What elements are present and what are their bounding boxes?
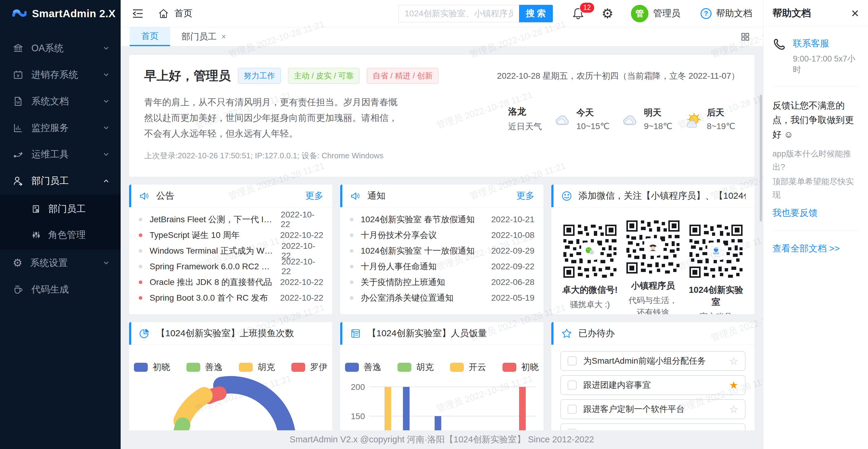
feedback-link[interactable]: 我也要反馈 xyxy=(772,207,859,219)
sidebar-item-docs[interactable]: 系统文档 xyxy=(0,88,121,115)
todo-checkbox[interactable] xyxy=(568,381,577,390)
weather-day-label: 今天 xyxy=(576,107,610,119)
legend-item[interactable]: 善逸 xyxy=(345,361,381,373)
legend-item[interactable]: 初晓 xyxy=(502,361,539,373)
contact-support-link[interactable]: 联系客服 xyxy=(793,37,859,50)
notice-date: 2022-10-21 xyxy=(491,215,534,224)
status-dot xyxy=(350,265,353,268)
legend-item[interactable]: 初晓 xyxy=(134,361,170,373)
svg-text:1024: 1024 xyxy=(713,252,719,255)
phone-icon xyxy=(772,37,786,51)
avatar[interactable]: 管 xyxy=(631,5,648,22)
announcement-title[interactable]: Oracle 推出 JDK 8 的直接替代品 xyxy=(150,277,280,288)
legend-item[interactable]: 胡克 xyxy=(398,361,434,373)
sidebar-item-employee[interactable]: 部门员工 xyxy=(0,168,121,194)
weather-day-label: 后天 xyxy=(707,107,735,119)
divider xyxy=(772,231,859,231)
todo-item[interactable]: 跟进客户定制一个软件平台 ☆ xyxy=(560,399,746,419)
weather-day: 今天 10~15℃ xyxy=(552,107,610,131)
user-icon xyxy=(13,175,24,186)
sidebar-subitem-roles[interactable]: 角色管理 xyxy=(0,222,121,248)
legend-item[interactable]: 罗伊 xyxy=(291,361,328,373)
chevron-down-icon xyxy=(102,124,110,131)
sidebar-item-settings[interactable]: ⚙ 系统设置 xyxy=(0,250,121,276)
y-tick-150: 150 xyxy=(351,412,365,421)
todo-checkbox[interactable] xyxy=(568,405,577,414)
notice-title[interactable]: 1024创新实验室 春节放假通知 xyxy=(361,214,491,225)
legend-item[interactable]: 开云 xyxy=(450,361,486,373)
search-button[interactable]: 搜 索 xyxy=(519,5,553,22)
notice-title[interactable]: 十月份人事任命通知 xyxy=(361,261,491,272)
star-toggle-icon[interactable]: ★ xyxy=(729,379,738,391)
weather-widget: 洛龙 近日天气 今天 10~15℃ 明天 9~18℃ 后天 xyxy=(508,105,735,132)
chevron-down-icon xyxy=(102,98,110,105)
close-tab-icon[interactable]: × xyxy=(221,32,226,41)
todo-item[interactable]: 跟进团建内容事宜 ★ xyxy=(560,375,746,395)
sidebar-item-codegen[interactable]: 代码生成 xyxy=(0,276,121,303)
user-name[interactable]: 管理员 xyxy=(653,7,680,20)
close-icon[interactable]: × xyxy=(851,7,859,20)
legend-item[interactable]: 胡克 xyxy=(239,361,275,373)
pie-chart-icon xyxy=(139,328,150,339)
announcement-row: Spring Framework 6.0.0 RC2 发布2022-10-22 xyxy=(139,259,323,275)
card-accent-bar xyxy=(340,185,342,207)
announcement-title[interactable]: JetBrains Fleet 公测，下一代 IDE xyxy=(150,214,281,225)
notice-card: 通知 更多 1024创新实验室 春节放假通知2022-10-21 十月份技术分享… xyxy=(340,185,544,314)
collapse-sidebar-icon[interactable] xyxy=(131,7,144,20)
status-dot xyxy=(350,218,353,221)
star-toggle-icon[interactable]: ☆ xyxy=(729,427,738,430)
legend-item[interactable]: 善逸 xyxy=(186,361,223,373)
greeting-title: 早上好，管理员 xyxy=(144,68,231,84)
sidebar-item-monitor[interactable]: 监控服务 xyxy=(0,115,121,141)
help-doc-button[interactable]: 帮助文档 xyxy=(700,7,752,20)
status-dot xyxy=(139,233,142,237)
notification-bell-icon[interactable]: 12 xyxy=(571,7,585,20)
star-toggle-icon[interactable]: ☆ xyxy=(729,403,738,415)
scrollbar[interactable] xyxy=(760,95,762,221)
sidebar-item-oa[interactable]: OA系统 xyxy=(0,35,121,62)
sidebar: SmartAdmin 2.X OA系统 进销存系统 系统文档 监控服务 运维工具 xyxy=(0,0,121,449)
sidebar-item-label: 代码生成 xyxy=(31,283,69,296)
sidebar-subitem-employee[interactable]: 部门员工 xyxy=(0,196,121,222)
announcement-title[interactable]: Windows Terminal 正式成为 Win... xyxy=(150,245,281,257)
tab-home[interactable]: 首页 xyxy=(130,27,170,46)
bar-kaiyun xyxy=(384,387,391,430)
announcement-title[interactable]: TypeScript 诞生 10 周年 xyxy=(150,229,280,241)
announcement-title[interactable]: Spring Boot 3.0.0 首个 RC 发布 xyxy=(150,292,280,303)
legend-swatch xyxy=(134,363,148,372)
weather-day: 后天 8~19℃ xyxy=(683,107,735,131)
help-doc-label: 帮助文档 xyxy=(716,7,752,20)
bar-chuxiao xyxy=(519,387,526,430)
qr-desc: 骚扰卓大 :) xyxy=(560,298,619,311)
home-icon[interactable] xyxy=(157,7,169,20)
todo-item[interactable]: ☆ xyxy=(560,423,746,430)
notice-title[interactable]: 关于疫情防控上班通知 xyxy=(361,277,491,288)
announcement-row: Spring Boot 3.0.0 首个 RC 发布2022-10-22 xyxy=(139,290,323,306)
tab-layout-icon[interactable] xyxy=(740,27,763,46)
lab-logo-icon: 1024 xyxy=(708,243,724,259)
id-card-icon xyxy=(31,204,41,214)
todo-item[interactable]: 为SmartAdmin前端小组分配任务 ☆ xyxy=(560,351,746,371)
search-input[interactable] xyxy=(398,5,519,22)
todo-checkbox[interactable] xyxy=(568,429,577,430)
sidebar-item-erp[interactable]: 进销存系统 xyxy=(0,62,121,88)
more-link[interactable]: 更多 xyxy=(516,190,534,202)
global-search: 搜 索 xyxy=(398,5,553,22)
divider xyxy=(772,87,859,87)
weather-day: 明天 9~18℃ xyxy=(620,107,673,131)
notice-title[interactable]: 十月份技术分享会议 xyxy=(361,229,491,241)
more-link[interactable]: 更多 xyxy=(305,190,323,202)
notice-title[interactable]: 1024创新实验室 十一放假通知 xyxy=(361,245,491,257)
all-docs-link[interactable]: 查看全部文档 >> xyxy=(772,243,859,255)
notice-date: 2022-09-29 xyxy=(491,246,534,256)
weather-city-name: 洛龙 xyxy=(508,105,542,118)
tab-employee[interactable]: 部门员工 × xyxy=(170,27,237,46)
star-toggle-icon[interactable]: ☆ xyxy=(729,355,738,367)
sidebar-item-ops[interactable]: 运维工具 xyxy=(0,141,121,168)
breadcrumb[interactable]: 首页 xyxy=(174,7,192,20)
notice-title[interactable]: 办公室消杀关键位置通知 xyxy=(361,292,491,303)
todo-checkbox[interactable] xyxy=(568,356,577,365)
gear-icon[interactable]: ⚙ xyxy=(602,7,614,20)
card-accent-bar xyxy=(129,185,131,207)
announcement-title[interactable]: Spring Framework 6.0.0 RC2 发布 xyxy=(150,261,281,272)
